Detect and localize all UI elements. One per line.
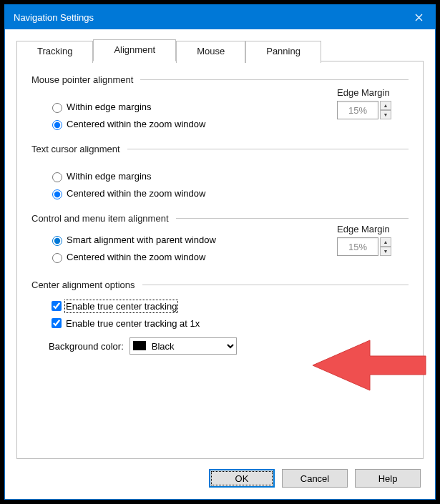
mouse-edge-margin: Edge Margin 15% ▲ ▼ [337,87,391,119]
cancel-button[interactable]: Cancel [282,469,348,488]
radio-control-centered[interactable] [52,253,62,263]
mouse-margin-down[interactable]: ▼ [380,110,391,119]
text-margin-down[interactable]: ▼ [380,247,391,256]
label-control-smart: Smart alignment with parent window [67,234,216,245]
group-title-center: Center alignment options [31,280,135,290]
label-true-center-1x: Enable true center tracking at 1x [66,318,200,329]
radio-mouse-edge[interactable] [52,103,62,113]
tab-tracking[interactable]: Tracking [16,41,93,63]
group-center-options: Center alignment options Enable true cen… [31,280,409,356]
tab-panel-alignment: Mouse pointer alignment Within edge marg… [16,61,424,459]
dialog-buttons: OK Cancel Help [16,459,424,490]
label-edge-margin-text: Edge Margin [337,224,391,234]
tab-alignment[interactable]: Alignment [93,39,176,61]
group-mouse-pointer: Mouse pointer alignment Within edge marg… [31,74,409,132]
group-title-control: Control and menu item alignment [31,213,169,224]
label-text-centered: Centered within the zoom window [67,188,205,199]
checkbox-true-center-1x[interactable] [52,318,62,328]
titlebar: Navigation Settings [5,5,435,29]
label-background-color: Background color: [49,341,124,352]
radio-mouse-centered[interactable] [52,120,62,130]
text-margin-value[interactable]: 15% [337,237,378,256]
text-margin-up[interactable]: ▲ [380,237,391,247]
label-mouse-edge: Within edge margins [67,102,152,112]
mouse-margin-value[interactable]: 15% [337,101,378,119]
label-mouse-centered: Centered within the zoom window [67,119,205,129]
label-control-centered: Centered within the zoom window [67,252,205,262]
group-title-mouse: Mouse pointer alignment [31,74,133,85]
help-button[interactable]: Help [355,469,421,488]
label-text-edge: Within edge margins [67,171,152,182]
tab-panning[interactable]: Panning [245,41,321,63]
window-title: Navigation Settings [14,12,402,23]
checkbox-true-center[interactable] [52,301,62,311]
label-true-center: Enable true center tracking [66,301,177,312]
group-title-text: Text cursor alignment [31,144,120,154]
radio-text-centered[interactable] [52,189,62,199]
tab-mouse[interactable]: Mouse [176,41,245,63]
ok-button[interactable]: OK [209,469,275,488]
text-edge-margin: Edge Margin 15% ▲ ▼ [337,224,391,256]
dialog-window: Navigation Settings Tracking Alignment M… [4,4,436,500]
group-text-cursor: Text cursor alignment Within edge margin… [31,144,409,202]
close-button[interactable] [402,5,435,29]
dialog-body: Tracking Alignment Mouse Panning Mouse p… [5,29,435,499]
close-icon [415,14,423,21]
tabstrip: Tracking Alignment Mouse Panning [16,39,424,61]
label-edge-margin-mouse: Edge Margin [337,87,391,98]
radio-text-edge[interactable] [52,172,62,182]
color-swatch-black [133,341,146,350]
radio-control-smart[interactable] [52,236,62,246]
mouse-margin-up[interactable]: ▲ [380,101,391,110]
